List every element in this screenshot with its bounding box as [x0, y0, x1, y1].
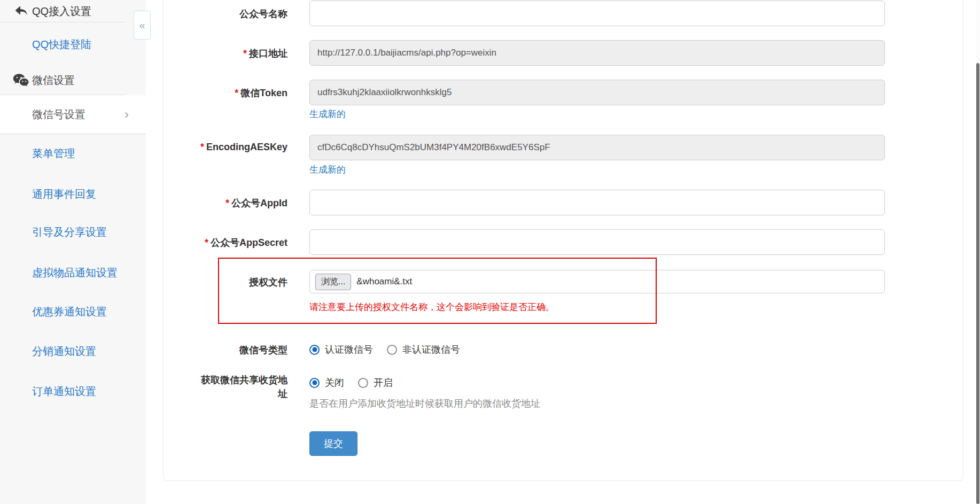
radio-label-open[interactable]: 开启	[374, 376, 393, 389]
submit-button[interactable]: 提交	[309, 431, 357, 456]
divider	[0, 22, 125, 22]
browse-button[interactable]: 浏览...	[315, 274, 351, 290]
sidebar-item-qq-login[interactable]: QQ快捷登陆	[32, 37, 91, 52]
auth-file-input[interactable]: 浏览... &whoami&.txt	[309, 270, 885, 293]
sidebar-item-menu-management[interactable]: 菜单管理	[32, 146, 75, 161]
token-input[interactable]	[309, 80, 885, 105]
sidebar: QQ接入设置 QQ快捷登陆 微信设置 微信号设置 › 菜单管理 通用事件回复 引…	[0, 0, 146, 504]
scrollbar-track	[976, 0, 980, 504]
appid-input[interactable]	[309, 190, 885, 215]
radio-label-certified[interactable]: 认证微信号	[325, 343, 373, 356]
field-label-account-name: 公众号名称	[164, 7, 287, 20]
scrollbar-thumb[interactable]	[976, 63, 979, 504]
field-label-account-type: 微信号类型	[164, 344, 287, 356]
sidebar-collapse-button[interactable]: «	[134, 11, 151, 40]
radio-certified-selected[interactable]	[309, 345, 320, 355]
field-label-token: *微信Token	[164, 87, 287, 99]
appsecret-input[interactable]	[309, 229, 885, 255]
shared-address-help: 是否在用户添加收货地址时候获取用户的微信收货地址	[309, 397, 540, 410]
required-marker: *	[200, 142, 204, 152]
aeskey-input[interactable]	[309, 135, 885, 160]
required-marker: *	[235, 88, 238, 98]
wechat-settings-form: 公众号名称 *接口地址 *微信Token 生成新的 *EncodingAESKe…	[163, 0, 963, 481]
sidebar-item-order-notify[interactable]: 订单通知设置	[32, 384, 96, 399]
radio-label-close[interactable]: 关闭	[325, 376, 344, 389]
wechat-icon	[13, 73, 29, 87]
field-label-appid: *公众号AppId	[164, 197, 287, 210]
required-marker: *	[225, 198, 229, 208]
required-marker: *	[205, 237, 208, 248]
back-arrow-icon	[14, 4, 28, 17]
sidebar-header[interactable]: QQ接入设置	[0, 0, 146, 22]
radio-open[interactable]	[358, 378, 368, 388]
generate-new-aeskey-link[interactable]: 生成新的	[309, 164, 346, 176]
field-label-auth-file: 授权文件	[164, 276, 287, 289]
sidebar-item-label: 微信号设置	[32, 107, 85, 122]
sidebar-item-virtual-goods-notify[interactable]: 虚拟物品通知设置	[32, 266, 118, 280]
sidebar-item-common-event-reply[interactable]: 通用事件回复	[32, 187, 96, 201]
account-name-input[interactable]	[309, 1, 885, 26]
field-label-shared-address: 获取微信共享收货地址	[164, 373, 287, 401]
auth-file-warning: 请注意要上传的授权文件名称，这个会影响到验证是否正确。	[309, 301, 555, 313]
sidebar-item-wechat-account-settings[interactable]: 微信号设置 ›	[0, 95, 146, 134]
auth-file-name: &whoami&.txt	[356, 276, 412, 287]
radio-uncertified[interactable]	[387, 345, 397, 355]
field-label-api-url: *接口地址	[164, 47, 287, 60]
collapse-icon: «	[139, 19, 145, 32]
generate-new-token-link[interactable]: 生成新的	[309, 108, 346, 120]
sidebar-section-wechat-settings[interactable]: 微信设置	[32, 73, 75, 88]
field-label-appsecret: *公众号AppSecret	[164, 236, 287, 249]
sidebar-item-coupon-notify[interactable]: 优惠券通知设置	[32, 305, 107, 319]
chevron-right-icon: ›	[125, 107, 129, 122]
radio-label-uncertified[interactable]: 非认证微信号	[402, 343, 460, 356]
field-label-aeskey: *EncodingAESKey	[164, 142, 287, 153]
sidebar-item-guide-share-settings[interactable]: 引导及分享设置	[32, 225, 107, 239]
required-marker: *	[243, 48, 247, 59]
api-url-input[interactable]	[309, 40, 885, 66]
divider	[0, 134, 146, 134]
sidebar-item-distribution-notify[interactable]: 分销通知设置	[32, 344, 96, 359]
sidebar-header-label: QQ接入设置	[32, 4, 91, 19]
radio-close-selected[interactable]	[309, 378, 320, 388]
account-type-radio-group: 认证微信号 非认证微信号	[309, 343, 469, 356]
shared-address-radio-group: 关闭 开启	[309, 376, 401, 389]
